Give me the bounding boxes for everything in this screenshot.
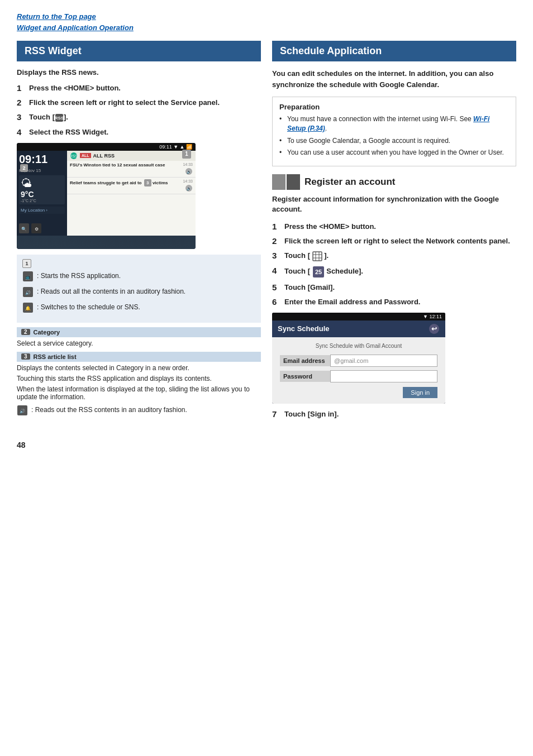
rss-intro: Displays the RSS news.: [17, 68, 261, 76]
rss-list-text-1: Displays the contents selected in Catego…: [17, 364, 261, 372]
rss-device-screenshot: 09:11 ▼ ▲ 📶 1 2 09:11 Fri, Nov 15 �: [17, 143, 196, 249]
category-text: Select a service category.: [17, 339, 261, 347]
svg-text:🔊: 🔊: [187, 169, 192, 174]
rss-item-1: FSU's Winston tied to 12 sexual assault …: [67, 161, 196, 178]
prep-item-1: • You must have a connection with the in…: [279, 114, 509, 133]
sync-header: Sync Schedule ↩: [272, 320, 445, 337]
rss-step-3: 3 Touch [RSS].: [17, 112, 261, 122]
sign-in-row: Sign in: [280, 387, 437, 398]
reg-step-3: 3 Touch [ ].: [272, 251, 516, 261]
svg-rect-20: [313, 252, 322, 261]
rss-screen-content: 2 09:11 Fri, Nov 15 🌤 9°C -1°C 2°C My Lo…: [17, 151, 196, 236]
sync-back-icon: ↩: [429, 323, 440, 334]
svg-text:🔊: 🔊: [25, 290, 31, 295]
badge-1: 1: [182, 150, 191, 159]
password-label: Password: [280, 371, 330, 382]
register-intro: Register account information for synchro…: [272, 194, 516, 214]
svg-text:🔊: 🔊: [187, 186, 192, 191]
rss-list-annotation-header: 3 RSS article list: [17, 352, 261, 362]
rss-step-1: 1 Press the <HOME> button.: [17, 83, 261, 93]
annotation-section-1: 1 📺 : Starts the RSS application. 🔊 : Re…: [17, 255, 261, 323]
reg-step-6: 6 Enter the Email address and Password.: [272, 297, 516, 307]
svg-text:🔊: 🔊: [20, 408, 25, 414]
register-title: Register an account: [304, 176, 396, 188]
reg-step-5: 5 Touch [Gmail].: [272, 283, 516, 293]
svg-text:🔍: 🔍: [21, 226, 27, 232]
weather-widget: 🌤 9°C -1°C 2°C: [19, 175, 65, 204]
rss-left-panel: 2 09:11 Fri, Nov 15 🌤 9°C -1°C 2°C My Lo…: [17, 151, 67, 236]
sync-subtitle: Sync Schedule with Gmail Account: [280, 343, 437, 349]
breadcrumb: Return to the Top page Widget and Applic…: [17, 11, 516, 33]
schedule-intro: You can edit schedules on the internet. …: [272, 68, 516, 90]
register-icon-1: [272, 174, 285, 190]
reg-step-2: 2 Flick the screen left or right to sele…: [272, 236, 516, 246]
password-row: Password: [280, 370, 437, 382]
svg-text:RSS: RSS: [55, 116, 64, 121]
prep-item-2: • To use Google Calendar, a Google accou…: [279, 136, 509, 146]
page-number: 48: [17, 441, 516, 449]
register-icon-group: [272, 174, 300, 190]
rss-list-panel: RSS ALL ALL RSS FSU's Winston tied to 12…: [67, 151, 196, 236]
sync-body: Sync Schedule with Gmail Account Email a…: [272, 337, 445, 404]
ann-reads-rss: 🔊 : Reads out the RSS contents in an aud…: [17, 405, 261, 418]
ann-switches: 🔔 : Switches to the schedule or SNS.: [22, 303, 255, 315]
svg-text:25: 25: [315, 269, 321, 275]
rss-item-2: Relief teams struggle to get aid to 3 vi…: [67, 178, 196, 194]
register-header: Register an account: [272, 174, 516, 190]
schedule-section-title: Schedule Application: [272, 41, 516, 61]
ann-reads-auditory: 🔊 : Reads out all the contents in an aud…: [22, 287, 255, 300]
reg-step-7: 7 Touch [Sign in].: [272, 409, 516, 419]
sync-status-bar: ▼ 12:11: [272, 313, 445, 320]
badge-2: 2: [20, 164, 28, 172]
rss-widget-section: RSS Widget Displays the RSS news. 1 Pres…: [17, 41, 261, 421]
rss-list-header: RSS ALL ALL RSS: [67, 151, 196, 161]
rss-section-title: RSS Widget: [17, 41, 261, 61]
email-label: Email address: [280, 355, 330, 366]
wifi-link[interactable]: Wi-Fi Setup (P.34): [287, 115, 489, 132]
prep-title: Preparation: [279, 103, 509, 111]
register-icon-2: [287, 174, 300, 190]
svg-text:↩: ↩: [431, 325, 437, 333]
rss-step-4: 4 Select the RSS Widget.: [17, 127, 261, 137]
location-bar: My Location ›: [19, 207, 65, 214]
device-status-bar: 09:11 ▼ ▲ 📶: [17, 143, 196, 151]
status-time: 09:11: [159, 144, 172, 150]
status-signal: ▼ ▲ 📶: [173, 144, 192, 150]
breadcrumb-line2[interactable]: Widget and Application Operation: [17, 22, 516, 34]
preparation-box: Preparation • You must have a connection…: [272, 97, 516, 166]
rss-list-text-2: Touching this starts the RSS application…: [17, 375, 261, 382]
svg-text:🔔: 🔔: [25, 305, 31, 311]
email-row: Email address @gmail.com: [280, 355, 437, 367]
rss-step-2: 2 Flick the screen left or right to sele…: [17, 98, 261, 108]
sync-title: Sync Schedule: [278, 324, 329, 333]
schedule-section: Schedule Application You can edit schedu…: [272, 41, 516, 424]
reg-step-4: 4 Touch [ 25 Schedule].: [272, 266, 516, 278]
reg-step-1: 1 Press the <HOME> button.: [272, 222, 516, 232]
bottom-nav: 🔍 ⚙: [19, 223, 65, 233]
sign-in-button[interactable]: Sign in: [403, 387, 437, 398]
breadcrumb-line1[interactable]: Return to the Top page: [17, 11, 516, 22]
svg-text:RSS: RSS: [70, 154, 78, 158]
svg-text:⚙: ⚙: [35, 227, 39, 232]
rss-list-text-3: When the latest information is displayed…: [17, 385, 261, 401]
sync-screenshot: ▼ 12:11 Sync Schedule ↩ Sync Schedule wi…: [272, 313, 445, 404]
svg-text:📺: 📺: [25, 274, 31, 280]
ann-starts-rss: 📺 : Starts the RSS application.: [22, 271, 255, 284]
password-input[interactable]: [330, 370, 437, 382]
category-annotation-header: 2 Category: [17, 327, 261, 337]
prep-item-3: • You can use a user account when you ha…: [279, 148, 509, 157]
email-input[interactable]: @gmail.com: [330, 355, 437, 367]
